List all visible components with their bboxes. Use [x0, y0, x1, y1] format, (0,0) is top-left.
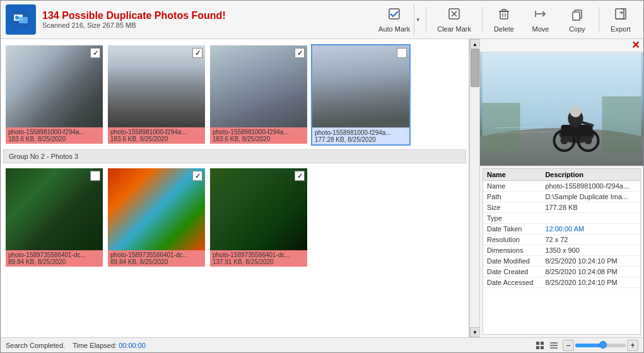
status-text: Search Completed. — [6, 342, 65, 349]
vertical-scrollbar[interactable]: ▲ ▼ — [469, 39, 479, 337]
auto-mark-icon — [387, 7, 401, 24]
separator-2 — [482, 7, 483, 32]
photo-name: photo-1589735586401-dc... — [8, 252, 100, 258]
photo-name: photo-1558981000-f294a... — [8, 129, 100, 136]
auto-mark-button[interactable]: Auto Mark — [375, 4, 414, 35]
photo-list[interactable]: photo-1558981000-f294a... 183.6 KB, 8/25… — [1, 39, 469, 337]
slider-track[interactable] — [575, 344, 626, 347]
scroll-up-button[interactable]: ▲ — [470, 39, 479, 49]
photo-checkbox[interactable] — [192, 48, 202, 58]
photo-item-active[interactable]: photo-1558981000-f294a... 177.28 KB, 8/2… — [311, 44, 411, 146]
photo-checkbox[interactable] — [90, 48, 100, 58]
copy-label: Copy — [569, 25, 585, 33]
photo-item[interactable]: photo-1589735586401-dc... 89.84 KB, 8/25… — [107, 167, 206, 268]
photo-checkbox[interactable] — [90, 171, 100, 181]
list-view-button[interactable] — [547, 340, 560, 351]
photo-item[interactable]: photo-1589735586401-dc... 89.84 KB, 8/25… — [4, 167, 104, 268]
svg-rect-14 — [573, 12, 580, 20]
detail-field-value: 12:00:00 AM — [541, 224, 640, 234]
photo-item[interactable]: photo-1558981000-f294a... 183.6 KB, 8/25… — [107, 44, 206, 146]
move-button[interactable]: Move — [523, 3, 558, 36]
photo-info: photo-1589735586401-dc... 89.84 KB, 8/25… — [108, 250, 205, 267]
photo-name: photo-1558981000-f294a... — [213, 129, 305, 136]
export-icon — [614, 7, 628, 24]
clear-mark-label: Clear Mark — [437, 25, 471, 33]
main-title: 134 Possible Duplicate Photos Found! — [42, 10, 226, 21]
detail-field-value: 8/25/2020 10:24:10 PM — [541, 277, 640, 288]
photo-checkbox[interactable] — [397, 48, 407, 58]
zoom-in-button[interactable]: + — [627, 340, 638, 351]
svg-rect-15 — [616, 9, 624, 19]
svg-point-25 — [585, 137, 592, 144]
slider-thumb[interactable] — [599, 341, 607, 349]
photo-info: photo-1589735586401-dc... 137.91 KB, 8/2… — [210, 250, 307, 267]
move-icon — [534, 7, 547, 24]
auto-mark-split[interactable]: Auto Mark ▼ — [374, 3, 422, 36]
export-button[interactable]: Export — [603, 3, 638, 36]
photo-thumbnail — [6, 168, 103, 250]
photo-info: photo-1558981000-f294a... 177.28 KB, 8/2… — [312, 127, 409, 144]
detail-field-value: D:\Sample Duplicate Ima... — [541, 192, 640, 202]
detail-field-value — [541, 213, 640, 224]
separator-3 — [599, 7, 599, 32]
clear-mark-button[interactable]: Clear Mark — [430, 3, 478, 36]
scroll-thumb[interactable] — [471, 49, 479, 87]
toolbar: 134 Possible Duplicate Photos Found! Sca… — [1, 1, 643, 39]
export-label: Export — [611, 25, 631, 33]
detail-field-label: Path — [483, 192, 541, 202]
close-detail-button[interactable]: ✕ — [630, 40, 641, 50]
svg-rect-10 — [502, 9, 506, 11]
detail-field-label: Size — [483, 202, 541, 213]
auto-mark-dropdown[interactable]: ▼ — [414, 4, 421, 35]
detail-field-label: Resolution — [483, 234, 541, 245]
app-icon — [6, 4, 36, 35]
photo-size: 89.84 KB, 8/25/2020 — [110, 258, 202, 265]
photo-thumbnail — [6, 45, 103, 127]
photo-item[interactable]: photo-1558981000-f294a... 183.6 KB, 8/25… — [4, 44, 104, 146]
copy-button[interactable]: Copy — [559, 3, 595, 36]
photo-checkbox[interactable] — [192, 171, 202, 181]
detail-field-label: Dimensions — [483, 245, 541, 256]
thumbnail-view-button[interactable] — [534, 340, 546, 351]
move-label: Move — [532, 25, 549, 33]
svg-rect-2 — [19, 17, 28, 23]
photo-size: 183.6 KB, 8/25/2020 — [8, 136, 100, 142]
photo-name: photo-1558981000-f294a... — [315, 129, 407, 136]
sub-title: Scanned 216, Size 267.85 MB — [42, 21, 226, 29]
detail-field-label: Date Taken — [483, 224, 541, 234]
photo-name: photo-1589735586401-dc... — [213, 252, 305, 258]
photo-name: photo-1558981000-f294a... — [110, 129, 202, 136]
status-right: − + — [534, 340, 638, 351]
detail-field-value: 8/25/2020 10:24:10 PM — [541, 256, 640, 267]
detail-field-label: Type — [483, 213, 541, 224]
group-label: Group No 2 - Photos 3 — [9, 153, 78, 160]
auto-mark-label: Auto Mark — [378, 25, 410, 33]
photo-info: photo-1558981000-f294a... 183.6 KB, 8/25… — [108, 127, 205, 144]
photo-checkbox[interactable] — [295, 48, 305, 58]
photo-thumbnail — [108, 45, 205, 127]
svg-point-3 — [15, 16, 19, 20]
col-desc-header: Description — [541, 169, 640, 181]
zoom-slider[interactable]: − + — [563, 340, 638, 351]
main-window: 134 Possible Duplicate Photos Found! Sca… — [0, 0, 644, 353]
photo-checkbox[interactable] — [295, 171, 305, 181]
svg-rect-33 — [536, 346, 539, 349]
photo-item[interactable]: photo-1558981000-f294a... 183.6 KB, 8/25… — [209, 44, 308, 146]
scroll-track[interactable] — [470, 49, 479, 327]
detail-field-label: Date Created — [483, 267, 541, 277]
delete-button[interactable]: Delete — [486, 3, 522, 36]
group2-grid: photo-1589735586401-dc... 89.84 KB, 8/25… — [3, 165, 466, 270]
scroll-down-button[interactable]: ▼ — [470, 327, 479, 337]
photo-size: 183.6 KB, 8/25/2020 — [213, 136, 305, 142]
content-area: photo-1558981000-f294a... 183.6 KB, 8/25… — [1, 39, 643, 337]
photo-thumbnail — [210, 45, 307, 127]
photo-size: 89.84 KB, 8/25/2020 — [8, 258, 100, 265]
svg-rect-32 — [541, 342, 544, 345]
detail-preview-image — [480, 52, 643, 166]
photo-item[interactable]: photo-1589735586401-dc... 137.91 KB, 8/2… — [209, 167, 308, 268]
toolbar-buttons: Auto Mark ▼ Clear Mark Delete — [374, 3, 638, 36]
svg-point-23 — [561, 137, 568, 144]
detail-field-value: 72 x 72 — [541, 234, 640, 245]
copy-icon — [570, 7, 584, 24]
zoom-out-button[interactable]: − — [563, 340, 574, 351]
